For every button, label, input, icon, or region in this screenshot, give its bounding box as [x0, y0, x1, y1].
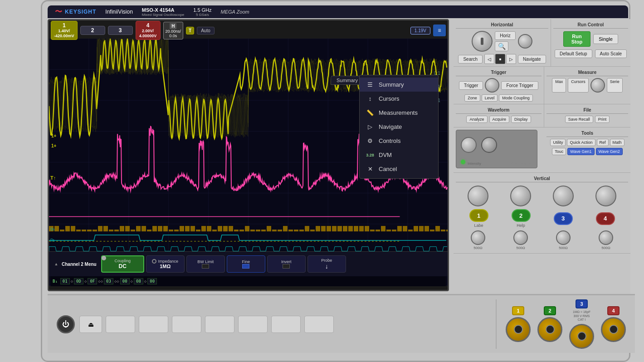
auto-badge[interactable]: Auto: [197, 27, 215, 34]
ch2-bnc[interactable]: [537, 317, 562, 342]
analyze-button[interactable]: Analyze: [466, 116, 487, 123]
ch4-bnc[interactable]: [601, 317, 626, 342]
channel-2-menu-title: Channel 2 Menu: [62, 262, 97, 267]
channel-2-badge[interactable]: 2: [80, 26, 105, 35]
horizontal-main-knob[interactable]: [472, 31, 493, 52]
ch2-fine-knob[interactable]: [513, 230, 528, 245]
channel-3-badge[interactable]: 3: [108, 26, 133, 35]
horiz-button[interactable]: Horiz: [495, 31, 515, 40]
ch1-top-knob[interactable]: [468, 186, 488, 206]
trigger-button[interactable]: Trigger: [459, 81, 483, 90]
fine-button[interactable]: Fine: [227, 255, 265, 273]
ch3-top-knob[interactable]: [553, 186, 574, 206]
nav-stop-button[interactable]: ■: [495, 54, 505, 64]
softkey-7[interactable]: [304, 316, 334, 333]
meas-cursors-button[interactable]: Cursors: [568, 78, 589, 93]
ch1-channel-button[interactable]: 1: [469, 209, 488, 222]
model-sub: Mixed Signal Oscilloscope: [142, 13, 184, 17]
ch4-fine-knob[interactable]: [599, 230, 613, 245]
impedance-button[interactable]: Impedance 1MΩ: [146, 255, 185, 273]
ch2-channel-button[interactable]: 2: [512, 209, 531, 222]
nav-left-button[interactable]: ◁: [484, 54, 494, 64]
trigger-level-knob[interactable]: [485, 78, 499, 93]
power-button[interactable]: ⏻: [57, 315, 75, 333]
menu-item-controls[interactable]: ⚙ Controls: [360, 134, 438, 148]
menu-item-cancel[interactable]: ✕ Cancel: [360, 162, 438, 176]
level-button[interactable]: Level: [482, 94, 498, 102]
file-section: File Save Recall Print: [544, 104, 630, 127]
display-knob-left[interactable]: [461, 137, 477, 153]
channel-1-badge[interactable]: 1 1.40V/ -420.00mV: [51, 21, 78, 40]
navigate-button[interactable]: Navigate: [518, 55, 546, 64]
wave-gen2-button[interactable]: Wave Gen2: [596, 148, 623, 155]
softkey-6[interactable]: [271, 316, 301, 333]
touch-button[interactable]: Touc: [552, 148, 566, 155]
coupling-button[interactable]: Coupling DC: [101, 255, 144, 273]
nav-right-button[interactable]: ▷: [506, 54, 516, 64]
ch4-channel-button[interactable]: 4: [596, 212, 615, 225]
menu-label-navigate: Navigate: [379, 123, 402, 130]
meas-max-button[interactable]: Max: [552, 78, 566, 93]
ch3-fine-knob[interactable]: [556, 230, 571, 245]
save-recall-button[interactable]: Save Recall: [565, 116, 593, 123]
display-box[interactable]: Intensity Clear Display: [456, 130, 537, 168]
bw-limit-button[interactable]: BW Limit: [186, 255, 225, 273]
print-button[interactable]: Print: [595, 116, 610, 123]
series-button[interactable]: Serie: [607, 78, 623, 93]
measure-knob[interactable]: [590, 78, 605, 93]
menu-item-navigate[interactable]: ▷ Navigate: [360, 120, 438, 134]
fine-checkbox[interactable]: [242, 264, 249, 269]
horizontal-badge[interactable]: H 20.00ns/ 0.0s: [163, 22, 184, 39]
softkey-5[interactable]: [238, 316, 268, 333]
bw-limit-checkbox[interactable]: [202, 264, 209, 269]
menu-item-cursors[interactable]: ↕ Cursors: [360, 92, 438, 106]
math-button[interactable]: Math: [610, 139, 624, 146]
quick-action-button[interactable]: Quick Action: [567, 139, 595, 146]
clear-display-label: Clear Display: [511, 161, 532, 166]
dvm-icon: 3.28: [366, 152, 374, 158]
wave-gen1-button[interactable]: Wave Gen1: [567, 148, 594, 155]
force-trigger-button[interactable]: Force Trigger: [501, 81, 538, 90]
invert-button[interactable]: Invert: [267, 255, 306, 273]
display-button[interactable]: Display: [511, 116, 531, 123]
mode-coupling-button[interactable]: Mode Coupling: [499, 94, 533, 102]
freq-info: 1.5 GHz 5 GSa/s: [193, 7, 211, 17]
trigger-badge[interactable]: T: [186, 27, 194, 34]
invert-checkbox[interactable]: [283, 264, 290, 269]
display-knob-right[interactable]: [481, 137, 497, 153]
softkey-1[interactable]: [106, 316, 135, 333]
impedance-label: Impedance: [158, 259, 178, 264]
ch2-top-knob[interactable]: [510, 186, 531, 206]
zoom-icon-button[interactable]: 🔍: [495, 41, 508, 51]
run-stop-button[interactable]: Run Stop: [563, 31, 590, 47]
eject-button[interactable]: ⏏: [79, 316, 102, 333]
zone-button[interactable]: Zone: [464, 94, 480, 102]
ch1-fine-knob[interactable]: [471, 230, 485, 245]
menu-item-summary[interactable]: ☰ Summary: [360, 78, 438, 92]
ch3-channel-button[interactable]: 3: [554, 212, 573, 225]
single-button[interactable]: Single: [593, 34, 618, 44]
ch3-bnc[interactable]: [569, 324, 594, 349]
horizontal-fine-knob[interactable]: [518, 34, 532, 49]
softkey-4[interactable]: [205, 316, 234, 333]
brand-name: KEYSIGHT: [65, 9, 96, 15]
ref-button[interactable]: Ref: [597, 139, 609, 146]
sample-rate: 5 GSa/s: [196, 13, 209, 17]
auto-scale-button[interactable]: Auto Scale: [595, 49, 627, 58]
softkey-3[interactable]: [172, 316, 201, 333]
summary-icon-button[interactable]: ≡: [433, 24, 446, 36]
ch4-top-knob[interactable]: [595, 186, 616, 206]
ch1-bnc[interactable]: [506, 317, 531, 342]
back-icon[interactable]: ▲: [53, 262, 60, 266]
search-button[interactable]: Search: [458, 55, 483, 64]
utility-button[interactable]: Utility: [550, 139, 566, 146]
help-btn[interactable]: Help: [517, 223, 525, 228]
softkey-2[interactable]: [139, 316, 168, 333]
acquire-button[interactable]: Acquire: [489, 116, 510, 123]
ch1-label-btn[interactable]: Labe: [474, 223, 483, 228]
probe-button[interactable]: Probe ↓: [307, 255, 346, 273]
menu-item-measurements[interactable]: 📏 Measurements: [360, 106, 438, 120]
channel-4-badge[interactable]: 4 2.00V/ 4.00000V: [136, 21, 161, 40]
menu-item-dvm[interactable]: 3.28 DVM: [360, 148, 438, 162]
default-setup-button[interactable]: Default Setup: [555, 49, 592, 58]
